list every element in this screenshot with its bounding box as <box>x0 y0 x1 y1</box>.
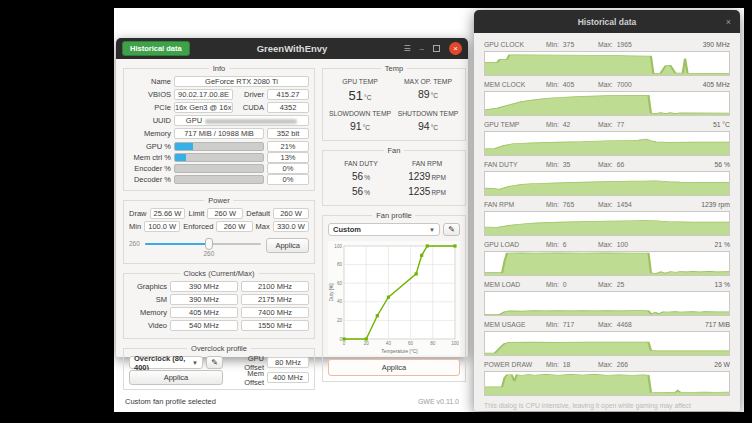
fan-value-number: 1239 <box>408 171 430 182</box>
app-version: GWE v0.11.0 <box>418 398 459 405</box>
historical-chart-max: Max:266 <box>598 361 660 368</box>
clock-row: Video540 MHz1550 MHz <box>129 320 309 331</box>
gpu-usage-value: 21% <box>267 141 309 152</box>
max-value: 7000 <box>617 81 632 88</box>
historical-chart-header: GPU CLOCKMin:375Max:1965390 MHz <box>484 39 730 49</box>
fan-value-unit: RPM <box>431 189 445 196</box>
clock-label: Video <box>129 321 167 330</box>
mem-ctrl-usage-row: Mem ctrl %13% <box>129 152 309 163</box>
power-limit-slider[interactable]: 260 <box>145 238 262 256</box>
power-section: Power Draw25.66 WLimit260 WDefault260 WM… <box>123 200 315 264</box>
maximize-icon[interactable] <box>433 45 440 52</box>
close-icon[interactable]: × <box>449 42 462 55</box>
historical-chart-plot <box>484 211 730 236</box>
historical-data-button[interactable]: Historical data <box>122 41 190 56</box>
edit-overclock-profile-icon[interactable]: ✎ <box>206 356 223 369</box>
historical-chart-gpu-temp: GPU TEMPMin:42Max:7751 °C <box>484 119 730 156</box>
historical-chart-name: FAN RPM <box>484 201 546 208</box>
overclock-apply-button[interactable]: Applica <box>129 370 223 385</box>
max-label: Max: <box>598 281 613 288</box>
historical-chart-min: Min:42 <box>546 121 598 128</box>
gpu-usage-label: GPU % <box>129 142 171 151</box>
clock-label: SM <box>129 295 167 304</box>
clock-max-field: 7400 MHz <box>241 307 309 318</box>
chevron-down-icon: ▼ <box>192 360 198 366</box>
power-field-value: 330.0 W <box>273 221 309 232</box>
fan-value-number: 56 <box>352 171 363 182</box>
mem-ctrl-usage-bar <box>174 153 264 162</box>
historical-chart-mem-usage: MEM USAGEMin:717Max:4468717 MiB <box>484 319 730 356</box>
historical-chart-gpu-clock: GPU CLOCKMin:375Max:1965390 MHz <box>484 39 730 76</box>
fan-profile-select[interactable]: Custom ▼ <box>328 223 440 236</box>
power-section-title: Power <box>204 196 233 205</box>
historical-chart-header: POWER DRAWMin:18Max:26626 W <box>484 359 730 369</box>
fan-value-unit: % <box>364 189 370 196</box>
historical-chart-max: Max:25 <box>598 281 660 288</box>
vbios-field: 90.02.17.00.8E <box>174 89 233 100</box>
historical-chart-plot <box>484 251 730 276</box>
svg-text:60: 60 <box>337 281 343 286</box>
min-value: 375 <box>563 41 574 48</box>
historical-chart-max: Max:1965 <box>598 41 660 48</box>
power-apply-button[interactable]: Applica <box>266 238 309 253</box>
fan-header: FAN RPM <box>394 160 460 167</box>
power-field-label: Enforced <box>183 222 213 231</box>
historical-chart-fan-duty: FAN DUTYMin:35Max:6656 % <box>484 159 730 196</box>
temp-value: 89 <box>418 88 430 100</box>
historical-chart-gpu-load: GPU LOADMin:6Max:10021 % <box>484 239 730 276</box>
menu-icon[interactable]: ☰ <box>403 45 410 53</box>
gpu-name-field: GeForce RTX 2080 Ti <box>174 76 309 87</box>
historical-chart-name: GPU CLOCK <box>484 41 546 48</box>
historical-chart-min: Min:6 <box>546 241 598 248</box>
fan-profile-apply-button[interactable]: Applica <box>328 359 460 376</box>
historical-chart-min: Min:0 <box>546 281 598 288</box>
fan-section: Fan FAN DUTYFAN RPM56%1239RPM56%1235RPM <box>322 150 466 206</box>
decoder-usage-label: Decoder % <box>129 175 171 184</box>
max-value: 1965 <box>617 41 632 48</box>
max-label: Max: <box>598 81 613 88</box>
clock-current-field: 540 MHz <box>170 320 238 331</box>
max-label: Max: <box>598 201 613 208</box>
historical-chart-current: 21 % <box>660 241 730 248</box>
historical-chart-plot <box>484 171 730 196</box>
driver-field: 415.27 <box>267 89 309 100</box>
fan-profile-section-title: Fan profile <box>372 211 415 220</box>
clock-row: Graphics390 MHz2100 MHz <box>129 281 309 292</box>
close-icon[interactable]: × <box>726 17 731 27</box>
min-label: Min: <box>546 241 559 248</box>
fan-value: 1239RPM <box>394 171 460 182</box>
historical-chart-max: Max:100 <box>598 241 660 248</box>
max-label: Max: <box>598 41 613 48</box>
historical-chart-plot <box>484 371 730 396</box>
historical-chart-header: GPU TEMPMin:42Max:7751 °C <box>484 119 730 129</box>
decoder-usage-value: 0% <box>267 174 309 185</box>
clock-label: Memory <box>129 308 167 317</box>
svg-text:40: 40 <box>337 299 343 304</box>
min-label: Min: <box>546 161 559 168</box>
temp-item-value: 51°C <box>328 88 392 103</box>
pcie-field: 16x Gen3 @ 16x Gen1 <box>174 102 233 113</box>
clock-row: Memory405 MHz7400 MHz <box>129 307 309 318</box>
historical-data-window: Historical data × GPU CLOCKMin:375Max:19… <box>474 10 740 411</box>
minimize-icon[interactable]: – <box>420 45 424 53</box>
min-value: 765 <box>563 201 574 208</box>
temp-item-label: SHUTDOWN TEMP <box>396 110 460 117</box>
info-section: Info Name GeForce RTX 2080 Ti VBIOS 90.0… <box>123 68 315 191</box>
svg-text:0: 0 <box>343 341 346 346</box>
historical-chart-name: GPU LOAD <box>484 241 546 248</box>
historical-chart-min: Min:375 <box>546 41 598 48</box>
max-value: 1454 <box>617 201 632 208</box>
edit-fan-profile-icon[interactable]: ✎ <box>443 223 460 236</box>
power-field-value: 25.66 W <box>150 208 186 219</box>
mem-offset-label: Mem Offset <box>226 369 264 387</box>
historical-chart-current: 390 MHz <box>660 41 730 48</box>
temp-item-label: SLOWDOWN TEMP <box>328 110 392 117</box>
vbios-label: VBIOS <box>129 90 171 99</box>
slider-handle[interactable] <box>205 238 213 250</box>
historical-chart-name: MEM LOAD <box>484 281 546 288</box>
slider-fill <box>145 243 209 245</box>
min-value: 0 <box>563 281 567 288</box>
fan-header: FAN DUTY <box>328 160 394 167</box>
overclock-profile-select[interactable]: Overclock (80, 400) ▼ <box>129 356 203 369</box>
historical-chart-min: Min:405 <box>546 81 598 88</box>
